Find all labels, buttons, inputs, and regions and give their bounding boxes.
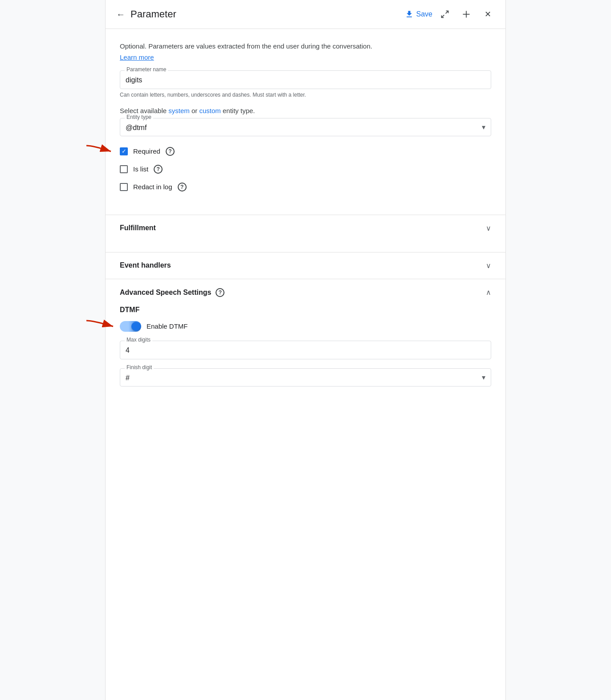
- advanced-speech-header[interactable]: Advanced Speech Settings ? ∧: [106, 279, 505, 306]
- redact-in-log-checkbox-row: Redact in log ?: [120, 183, 491, 191]
- parameter-panel: ← Parameter Save: [105, 0, 506, 700]
- dtmf-arrow-icon: [84, 318, 122, 334]
- max-digits-input[interactable]: [126, 345, 485, 356]
- finish-digit-group: Finish digit # * ▾: [120, 368, 491, 387]
- fulfillment-header[interactable]: Fulfillment ∨: [106, 215, 505, 241]
- is-list-checkbox-row: Is list ?: [120, 165, 491, 174]
- advanced-speech-title: Advanced Speech Settings: [120, 289, 211, 297]
- finish-digit-select[interactable]: # *: [126, 372, 485, 383]
- close-icon: ✕: [485, 9, 491, 19]
- required-arrow-icon: [84, 143, 120, 159]
- svg-line-1: [442, 15, 444, 18]
- entity-type-description: Select available system or custom entity…: [120, 107, 491, 114]
- toggle-track: [120, 321, 141, 332]
- entity-suffix: entity type.: [221, 107, 255, 114]
- finish-digit-label: Finish digit: [125, 364, 154, 370]
- fulfillment-title: Fulfillment: [120, 224, 156, 232]
- required-checkmark: ✓: [122, 148, 126, 154]
- header-actions: ✕: [438, 7, 495, 21]
- is-list-label: Is list: [133, 165, 148, 173]
- parameter-name-group: Parameter name Can contain letters, numb…: [120, 70, 491, 98]
- entity-prefix: Select available: [120, 107, 168, 114]
- event-handlers-title: Event handlers: [120, 261, 171, 269]
- event-handlers-chevron-icon: ∨: [486, 261, 491, 270]
- required-checkbox[interactable]: ✓: [120, 147, 128, 155]
- main-content: Optional. Parameters are values extracte…: [106, 29, 505, 204]
- advanced-speech-help-icon[interactable]: ?: [216, 288, 224, 297]
- entity-type-field: Entity type @dtmf ▾: [120, 118, 491, 136]
- enable-dtmf-wrapper: Enable DTMF: [120, 321, 491, 332]
- parameter-name-field: Parameter name: [120, 70, 491, 89]
- redact-in-log-label: Redact in log: [133, 183, 172, 191]
- advanced-speech-chevron-icon: ∧: [486, 288, 491, 297]
- back-button[interactable]: ←: [116, 9, 125, 20]
- max-digits-label: Max digits: [125, 337, 152, 343]
- save-button[interactable]: Save: [405, 10, 432, 19]
- finish-digit-field: Finish digit # * ▾: [120, 368, 491, 387]
- enable-dtmf-row: Enable DTMF: [120, 321, 491, 332]
- event-handlers-header[interactable]: Event handlers ∨: [106, 252, 505, 279]
- learn-more-link[interactable]: Learn more: [120, 53, 154, 61]
- required-row-wrapper: ✓ Required ?: [120, 147, 491, 156]
- close-button[interactable]: ✕: [481, 7, 495, 21]
- enable-dtmf-toggle[interactable]: [120, 321, 141, 332]
- layout-icon: [462, 10, 471, 19]
- parameter-name-input[interactable]: [126, 74, 485, 86]
- checkbox-group: ✓ Required ? Is list ? Redact in l: [120, 147, 491, 191]
- entity-type-select[interactable]: @dtmf: [126, 122, 485, 133]
- save-icon: [405, 10, 414, 19]
- dtmf-title: DTMF: [120, 306, 491, 314]
- fulfillment-section: Fulfillment ∨: [106, 215, 505, 241]
- redact-in-log-help-icon[interactable]: ?: [178, 183, 187, 191]
- header: ← Parameter Save: [106, 0, 505, 29]
- fulfillment-chevron-icon: ∨: [486, 224, 491, 232]
- speech-content: DTMF: [106, 306, 505, 399]
- advanced-speech-section: Advanced Speech Settings ? ∧ DTMF: [106, 279, 505, 399]
- toggle-knob: [131, 322, 140, 331]
- entity-middle: or: [190, 107, 200, 114]
- redact-in-log-checkbox[interactable]: [120, 183, 128, 191]
- layout-icon-button[interactable]: [459, 7, 473, 21]
- save-label: Save: [416, 10, 432, 18]
- required-label: Required: [133, 147, 160, 155]
- expand-icon-button[interactable]: [438, 7, 452, 21]
- required-checkbox-row: ✓ Required ?: [120, 147, 175, 156]
- event-handlers-section: Event handlers ∨: [106, 252, 505, 279]
- description-text: Optional. Parameters are values extracte…: [120, 41, 491, 52]
- parameter-name-hint: Can contain letters, numbers, underscore…: [120, 92, 491, 98]
- is-list-help-icon[interactable]: ?: [154, 165, 163, 174]
- entity-type-section: Select available system or custom entity…: [120, 107, 491, 136]
- parameter-name-label: Parameter name: [125, 66, 168, 73]
- enable-dtmf-label: Enable DTMF: [147, 322, 188, 330]
- is-list-checkbox[interactable]: [120, 165, 128, 173]
- max-digits-group: Max digits: [120, 341, 491, 359]
- required-help-icon[interactable]: ?: [166, 147, 175, 156]
- page-title: Parameter: [130, 8, 399, 20]
- custom-link[interactable]: custom: [199, 107, 220, 114]
- max-digits-field: Max digits: [120, 341, 491, 359]
- expand-icon: [440, 10, 449, 19]
- entity-type-label: Entity type: [125, 114, 153, 120]
- svg-line-0: [446, 11, 448, 14]
- system-link[interactable]: system: [168, 107, 190, 114]
- back-arrow-icon: ←: [116, 9, 125, 20]
- speech-header-left: Advanced Speech Settings ?: [120, 288, 224, 297]
